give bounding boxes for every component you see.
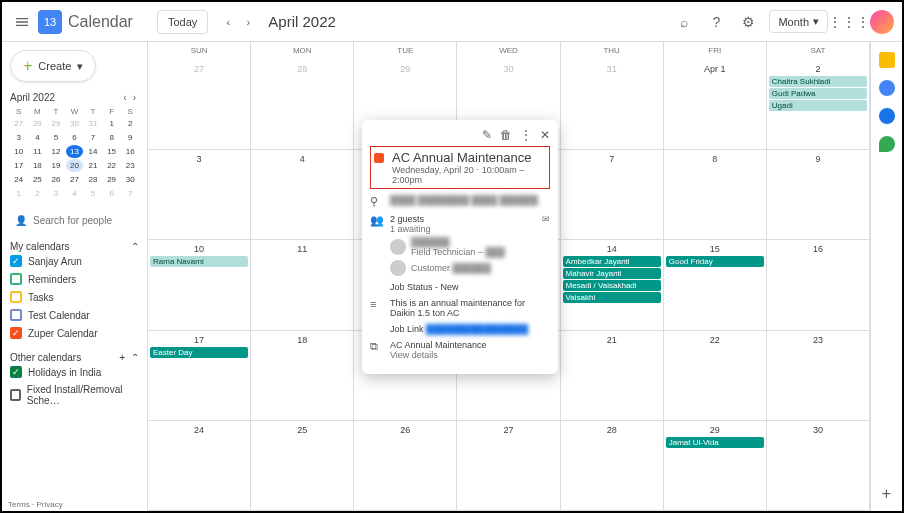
mini-day[interactable]: 30 (66, 117, 84, 130)
delete-event-icon[interactable]: 🗑 (500, 128, 512, 142)
mini-day[interactable]: 7 (84, 131, 102, 144)
all-day-event[interactable]: Rama Navami (150, 256, 248, 267)
mini-day[interactable]: 7 (121, 187, 139, 200)
mini-day[interactable]: 2 (121, 117, 139, 130)
maps-icon[interactable] (879, 136, 895, 152)
my-calendars-toggle[interactable]: My calendars⌃ (10, 241, 139, 252)
add-calendar-icon[interactable]: + (119, 352, 125, 363)
day-cell[interactable]: 17Easter Day (148, 331, 251, 421)
calendar-item[interactable]: Zuper Calendar (10, 324, 139, 342)
all-day-event[interactable]: Vaisakhi (563, 292, 661, 303)
all-day-event[interactable]: Gudi Padwa (769, 88, 867, 99)
mini-day[interactable]: 4 (29, 131, 47, 144)
create-button[interactable]: +Create▾ (10, 50, 96, 82)
mini-day[interactable]: 11 (29, 145, 47, 158)
day-cell[interactable]: 16 (767, 240, 870, 330)
keep-icon[interactable] (879, 52, 895, 68)
mini-day[interactable]: 21 (84, 159, 102, 172)
all-day-event[interactable]: Ugadi (769, 100, 867, 111)
day-cell[interactable]: 15Good Friday (664, 240, 767, 330)
all-day-event[interactable]: Chaitra Sukhladi (769, 76, 867, 87)
day-cell[interactable]: 27 (457, 421, 560, 511)
mini-day[interactable]: 24 (10, 173, 28, 186)
day-cell[interactable]: 22 (664, 331, 767, 421)
apps-icon[interactable]: ⋮⋮⋮ (838, 11, 860, 33)
day-cell[interactable]: 31 (561, 60, 664, 150)
day-cell[interactable]: 11 (251, 240, 354, 330)
mini-day[interactable]: 28 (84, 173, 102, 186)
all-day-event[interactable]: Mesadi / Vaisakhadi (563, 280, 661, 291)
mini-day[interactable]: 12 (47, 145, 65, 158)
mini-day[interactable]: 18 (29, 159, 47, 172)
add-panel-icon[interactable]: + (882, 485, 891, 503)
edit-event-icon[interactable]: ✎ (482, 128, 492, 142)
footer-links[interactable]: Terms · Privacy (8, 500, 63, 509)
close-popover-icon[interactable]: ✕ (540, 128, 550, 142)
mini-day[interactable]: 27 (10, 117, 28, 130)
day-cell[interactable]: 26 (354, 421, 457, 511)
mini-day[interactable]: 29 (103, 173, 121, 186)
mini-day[interactable]: 1 (103, 117, 121, 130)
mini-next-button[interactable]: › (130, 92, 139, 103)
mini-day[interactable]: 31 (84, 117, 102, 130)
mini-day[interactable]: 5 (84, 187, 102, 200)
mini-day[interactable]: 13 (66, 145, 84, 158)
today-button[interactable]: Today (157, 10, 208, 34)
day-cell[interactable]: 25 (251, 421, 354, 511)
mini-day[interactable]: 6 (103, 187, 121, 200)
tasks-icon[interactable] (879, 80, 895, 96)
mini-day[interactable]: 3 (47, 187, 65, 200)
calendar-item[interactable]: Fixed Install/Removal Sche… (10, 381, 139, 409)
mini-day[interactable]: 16 (121, 145, 139, 158)
day-cell[interactable]: 24 (148, 421, 251, 511)
all-day-event[interactable]: Ambedkar Jayanti (563, 256, 661, 267)
day-cell[interactable]: 14Ambedkar JayantiMahavir JayantiMesadi … (561, 240, 664, 330)
day-cell[interactable]: 9 (767, 150, 870, 240)
day-cell[interactable]: 10Rama Navami (148, 240, 251, 330)
day-cell[interactable]: 28 (561, 421, 664, 511)
day-cell[interactable]: 30 (767, 421, 870, 511)
day-cell[interactable]: 21 (561, 331, 664, 421)
all-day-event[interactable]: Mahavir Jayanti (563, 268, 661, 279)
mini-day[interactable]: 28 (29, 117, 47, 130)
day-cell[interactable]: 18 (251, 331, 354, 421)
mini-day[interactable]: 23 (121, 159, 139, 172)
mini-day[interactable]: 8 (103, 131, 121, 144)
contacts-icon[interactable] (879, 108, 895, 124)
mini-day[interactable]: 19 (47, 159, 65, 172)
calendar-item[interactable]: Test Calendar (10, 306, 139, 324)
mini-day[interactable]: 15 (103, 145, 121, 158)
mini-day[interactable]: 1 (10, 187, 28, 200)
all-day-event[interactable]: Easter Day (150, 347, 248, 358)
calendar-item[interactable]: Sanjay Arun (10, 252, 139, 270)
calendar-item[interactable]: Holidays in India (10, 363, 139, 381)
search-people-input[interactable]: 👤Search for people (10, 210, 139, 231)
job-link[interactable]: ████████████████ (426, 324, 528, 334)
mini-day[interactable]: 20 (66, 159, 84, 172)
other-calendars-toggle[interactable]: Other calendars+⌃ (10, 352, 139, 363)
day-cell[interactable]: 3 (148, 150, 251, 240)
mini-day[interactable]: 29 (47, 117, 65, 130)
mini-day[interactable]: 10 (10, 145, 28, 158)
all-day-event[interactable]: Good Friday (666, 256, 764, 267)
all-day-event[interactable]: Jamat Ul-Vida (666, 437, 764, 448)
mini-day[interactable]: 4 (66, 187, 84, 200)
day-cell[interactable]: Apr 1 (664, 60, 767, 150)
mini-day[interactable]: 27 (66, 173, 84, 186)
day-cell[interactable]: 29Jamat Ul-Vida (664, 421, 767, 511)
day-cell[interactable]: 8 (664, 150, 767, 240)
mini-day[interactable]: 6 (66, 131, 84, 144)
more-options-icon[interactable]: ⋮ (520, 128, 532, 142)
calendar-item[interactable]: Tasks (10, 288, 139, 306)
email-guests-icon[interactable]: ✉ (542, 214, 550, 224)
prev-month-button[interactable]: ‹ (218, 12, 238, 32)
mini-day[interactable]: 14 (84, 145, 102, 158)
day-cell[interactable]: 7 (561, 150, 664, 240)
search-icon[interactable]: ⌕ (673, 11, 695, 33)
day-cell[interactable]: 4 (251, 150, 354, 240)
next-month-button[interactable]: › (238, 12, 258, 32)
mini-day[interactable]: 2 (29, 187, 47, 200)
support-icon[interactable]: ? (705, 11, 727, 33)
mini-day[interactable]: 30 (121, 173, 139, 186)
main-menu-button[interactable] (10, 10, 34, 34)
